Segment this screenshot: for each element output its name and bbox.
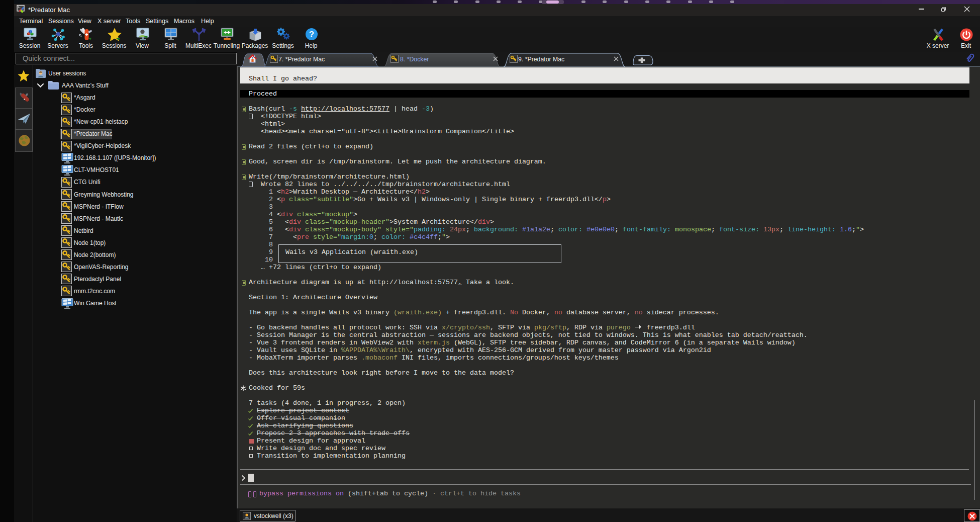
svg-text:?: ? [309,30,314,39]
